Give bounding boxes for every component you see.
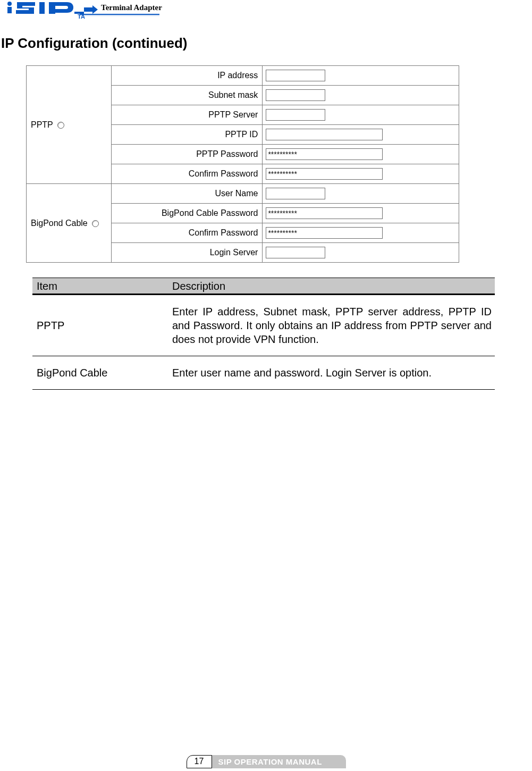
page-footer: 17 SIP OPERATION MANUAL bbox=[0, 755, 532, 771]
text-input[interactable] bbox=[266, 247, 325, 258]
footer-label: SIP OPERATION MANUAL bbox=[218, 755, 322, 768]
table-row: BigPond CableEnter user name and passwor… bbox=[32, 356, 495, 390]
svg-point-0 bbox=[7, 2, 12, 6]
group-cell: PPTP bbox=[27, 66, 112, 184]
footer-pill: 17 SIP OPERATION MANUAL bbox=[187, 755, 346, 768]
description-header-row: Item Description bbox=[32, 278, 495, 295]
config-row: BigPond Cable User Name bbox=[27, 184, 459, 204]
field-label: Confirm Password bbox=[111, 223, 262, 243]
description-table-wrap: Item Description PPTPEnter IP address, S… bbox=[32, 278, 495, 390]
field-label: PPTP Server bbox=[111, 105, 262, 125]
text-input[interactable] bbox=[266, 188, 325, 199]
page-number: 17 bbox=[187, 755, 212, 768]
field-label: Confirm Password bbox=[111, 164, 262, 184]
password-input[interactable] bbox=[266, 207, 383, 219]
group-radio[interactable] bbox=[92, 220, 99, 227]
svg-rect-1 bbox=[7, 7, 12, 13]
field-input-cell bbox=[263, 86, 459, 105]
description-cell: Enter IP address, Subnet mask, PPTP serv… bbox=[168, 295, 495, 356]
field-input-cell bbox=[263, 204, 459, 223]
field-input-cell bbox=[263, 184, 459, 204]
description-header-description: Description bbox=[168, 278, 495, 295]
password-input[interactable] bbox=[266, 227, 383, 239]
description-header-item: Item bbox=[32, 278, 168, 295]
group-label: PPTP bbox=[31, 120, 53, 129]
svg-rect-2 bbox=[39, 2, 45, 14]
group-label: BigPond Cable bbox=[31, 219, 88, 228]
document-page: TA Terminal Adapter IP Configuration (co… bbox=[0, 0, 532, 771]
field-label: IP address bbox=[111, 66, 262, 86]
field-label: Subnet mask bbox=[111, 86, 262, 105]
description-table: Item Description PPTPEnter IP address, S… bbox=[32, 278, 495, 390]
section-heading: IP Configuration (continued) bbox=[0, 35, 532, 52]
field-label: Login Server bbox=[111, 243, 262, 263]
item-cell: PPTP bbox=[32, 295, 168, 356]
config-row: PPTP IP address bbox=[27, 66, 459, 86]
field-input-cell bbox=[263, 125, 459, 145]
field-label: User Name bbox=[111, 184, 262, 204]
field-label: BigPond Cable Password bbox=[111, 204, 262, 223]
item-cell: BigPond Cable bbox=[32, 356, 168, 390]
text-input[interactable] bbox=[266, 109, 325, 121]
brand-product-line: Terminal Adapter bbox=[101, 3, 162, 12]
pptp-bigpond-config-screenshot: PPTP IP addressSubnet maskPPTP ServerPPT… bbox=[26, 65, 459, 263]
password-input[interactable] bbox=[266, 148, 383, 160]
field-label: PPTP Password bbox=[111, 145, 262, 164]
table-row: PPTPEnter IP address, Subnet mask, PPTP … bbox=[32, 295, 495, 356]
brand-header: TA Terminal Adapter bbox=[0, 0, 532, 21]
brand-underline bbox=[80, 14, 159, 19]
field-input-cell bbox=[263, 145, 459, 164]
group-cell: BigPond Cable bbox=[27, 184, 112, 263]
text-input[interactable] bbox=[266, 89, 325, 101]
text-input[interactable] bbox=[266, 70, 325, 81]
group-radio[interactable] bbox=[57, 122, 64, 129]
field-input-cell bbox=[263, 66, 459, 86]
field-input-cell bbox=[263, 164, 459, 184]
field-input-cell bbox=[263, 223, 459, 243]
text-input[interactable] bbox=[266, 129, 383, 140]
field-input-cell bbox=[263, 105, 459, 125]
field-label: PPTP ID bbox=[111, 125, 262, 145]
description-cell: Enter user name and password. Login Serv… bbox=[168, 356, 495, 390]
password-input[interactable] bbox=[266, 168, 383, 180]
field-input-cell bbox=[263, 243, 459, 263]
